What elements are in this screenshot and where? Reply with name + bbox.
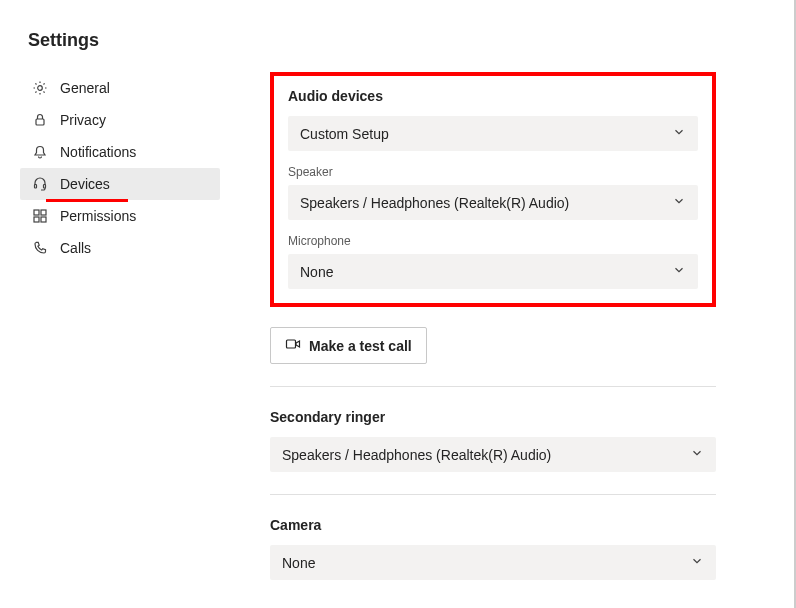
chevron-down-icon	[690, 554, 704, 571]
divider	[270, 386, 716, 387]
sidebar: General Privacy Notifications Devices	[20, 72, 220, 580]
svg-rect-1	[36, 119, 44, 125]
dropdown-value: Speakers / Headphones (Realtek(R) Audio)	[300, 195, 569, 211]
apps-icon	[32, 208, 48, 224]
speaker-dropdown[interactable]: Speakers / Headphones (Realtek(R) Audio)	[288, 185, 698, 220]
svg-rect-4	[34, 210, 39, 215]
dropdown-value: Speakers / Headphones (Realtek(R) Audio)	[282, 447, 551, 463]
chevron-down-icon	[690, 446, 704, 463]
svg-rect-6	[34, 217, 39, 222]
svg-rect-5	[41, 210, 46, 215]
secondary-ringer-title: Secondary ringer	[270, 409, 716, 425]
sidebar-item-calls[interactable]: Calls	[20, 232, 220, 264]
sidebar-item-label: Notifications	[60, 144, 136, 160]
audio-devices-title: Audio devices	[288, 88, 698, 104]
video-call-icon	[285, 336, 301, 355]
svg-rect-2	[35, 185, 37, 189]
sidebar-item-label: General	[60, 80, 110, 96]
headset-icon	[32, 176, 48, 192]
dropdown-value: None	[282, 555, 315, 571]
sidebar-item-label: Privacy	[60, 112, 106, 128]
make-test-call-button[interactable]: Make a test call	[270, 327, 427, 364]
microphone-label: Microphone	[288, 234, 698, 248]
gear-icon	[32, 80, 48, 96]
sidebar-item-label: Devices	[60, 176, 110, 192]
microphone-dropdown[interactable]: None	[288, 254, 698, 289]
audio-setup-dropdown[interactable]: Custom Setup	[288, 116, 698, 151]
bell-icon	[32, 144, 48, 160]
camera-title: Camera	[270, 517, 716, 533]
header: Settings	[0, 0, 796, 72]
button-label: Make a test call	[309, 338, 412, 354]
lock-icon	[32, 112, 48, 128]
sidebar-item-general[interactable]: General	[20, 72, 220, 104]
chevron-down-icon	[672, 263, 686, 280]
sidebar-item-label: Calls	[60, 240, 91, 256]
sidebar-item-label: Permissions	[60, 208, 136, 224]
speaker-label: Speaker	[288, 165, 698, 179]
secondary-ringer-dropdown[interactable]: Speakers / Headphones (Realtek(R) Audio)	[270, 437, 716, 472]
sidebar-item-permissions[interactable]: Permissions	[20, 200, 220, 232]
page-title: Settings	[28, 30, 99, 51]
svg-rect-3	[44, 185, 46, 189]
sidebar-item-devices[interactable]: Devices	[20, 168, 220, 200]
svg-rect-8	[287, 340, 296, 348]
red-highlight-box: Audio devices Custom Setup Speaker Speak…	[270, 72, 716, 307]
divider	[270, 494, 716, 495]
svg-rect-7	[41, 217, 46, 222]
dropdown-value: Custom Setup	[300, 126, 389, 142]
sidebar-item-notifications[interactable]: Notifications	[20, 136, 220, 168]
dropdown-value: None	[300, 264, 333, 280]
chevron-down-icon	[672, 125, 686, 142]
close-button[interactable]	[760, 28, 768, 52]
phone-icon	[32, 240, 48, 256]
svg-point-0	[38, 86, 43, 91]
sidebar-item-privacy[interactable]: Privacy	[20, 104, 220, 136]
chevron-down-icon	[672, 194, 686, 211]
main-panel: Audio devices Custom Setup Speaker Speak…	[220, 72, 796, 580]
camera-dropdown[interactable]: None	[270, 545, 716, 580]
